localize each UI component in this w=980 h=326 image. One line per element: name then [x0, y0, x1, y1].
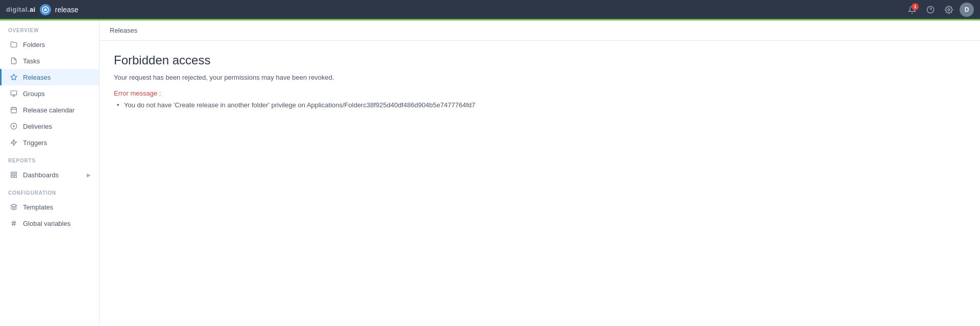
folders-icon: [10, 40, 18, 49]
releases-label: Releases: [23, 74, 91, 81]
breadcrumb: Releases: [100, 20, 980, 41]
groups-icon: [10, 89, 18, 98]
triggers-label: Triggers: [23, 139, 91, 147]
section-configuration-label: CONFIGURATION: [0, 183, 99, 199]
dashboards-arrow-icon: ▶: [87, 172, 91, 178]
notifications-button[interactable]: 1: [904, 2, 920, 17]
sidebar-item-groups[interactable]: Groups: [0, 85, 99, 102]
navbar: digital.ai release 1: [0, 0, 980, 20]
settings-button[interactable]: [941, 2, 957, 17]
svg-rect-19: [14, 175, 16, 177]
templates-icon: [10, 203, 18, 211]
section-reports-label: REPORTS: [0, 151, 99, 167]
brand-icon: [40, 4, 51, 15]
sidebar-item-tasks[interactable]: Tasks: [0, 53, 99, 69]
release-calendar-label: Release calendar: [23, 106, 91, 114]
error-list-item: You do not have 'Create release in anoth…: [124, 101, 966, 109]
dashboards-icon: [10, 171, 18, 179]
notification-badge: 1: [912, 3, 919, 10]
templates-label: Templates: [23, 203, 91, 211]
folders-label: Folders: [23, 41, 91, 49]
sidebar-item-deliveries[interactable]: Deliveries: [0, 118, 99, 134]
svg-rect-9: [11, 107, 17, 113]
global-variables-icon: [10, 219, 18, 227]
section-overview-label: OVERVIEW: [0, 20, 99, 36]
help-button[interactable]: [923, 2, 938, 17]
deliveries-icon: [10, 122, 18, 130]
svg-point-4: [948, 9, 950, 11]
forbidden-description: Your request has been rejected, your per…: [114, 74, 966, 81]
svg-marker-16: [11, 139, 17, 146]
sidebar-item-templates[interactable]: Templates: [0, 199, 99, 215]
content-body: Forbidden access Your request has been r…: [100, 41, 980, 121]
svg-rect-17: [11, 172, 13, 174]
sidebar-item-dashboards[interactable]: Dashboards ▶: [0, 167, 99, 183]
svg-rect-20: [11, 175, 13, 177]
brand-logo: digital.ai: [6, 6, 36, 13]
svg-marker-5: [11, 74, 17, 80]
error-label: Error message :: [114, 89, 966, 97]
svg-rect-6: [11, 91, 17, 95]
svg-point-1: [44, 8, 46, 11]
user-avatar[interactable]: D: [960, 3, 974, 17]
deliveries-label: Deliveries: [23, 123, 91, 130]
svg-line-24: [14, 221, 15, 226]
navbar-actions: 1 D: [904, 2, 974, 17]
global-variables-label: Global variables: [23, 220, 91, 227]
tasks-icon: [10, 57, 18, 65]
sidebar: OVERVIEW Folders Tasks Releases Groups: [0, 20, 100, 326]
forbidden-title: Forbidden access: [114, 53, 966, 67]
calendar-icon: [10, 106, 18, 114]
brand-release-label: release: [55, 6, 79, 14]
sidebar-item-release-calendar[interactable]: Release calendar: [0, 102, 99, 118]
navbar-brand: digital.ai release: [6, 4, 904, 15]
svg-line-23: [13, 221, 13, 226]
triggers-icon: [10, 138, 18, 147]
tasks-label: Tasks: [23, 57, 91, 65]
sidebar-item-global-variables[interactable]: Global variables: [0, 215, 99, 231]
groups-label: Groups: [23, 90, 91, 98]
sidebar-item-releases[interactable]: Releases: [0, 69, 99, 85]
sidebar-item-triggers[interactable]: Triggers: [0, 134, 99, 151]
main-content: Releases Forbidden access Your request h…: [100, 20, 980, 326]
releases-icon: [10, 73, 18, 81]
error-list: You do not have 'Create release in anoth…: [114, 101, 966, 109]
svg-rect-18: [14, 172, 16, 174]
dashboards-label: Dashboards: [23, 171, 82, 179]
main-layout: OVERVIEW Folders Tasks Releases Groups: [0, 20, 980, 326]
breadcrumb-label: Releases: [110, 27, 137, 34]
sidebar-item-folders[interactable]: Folders: [0, 36, 99, 53]
